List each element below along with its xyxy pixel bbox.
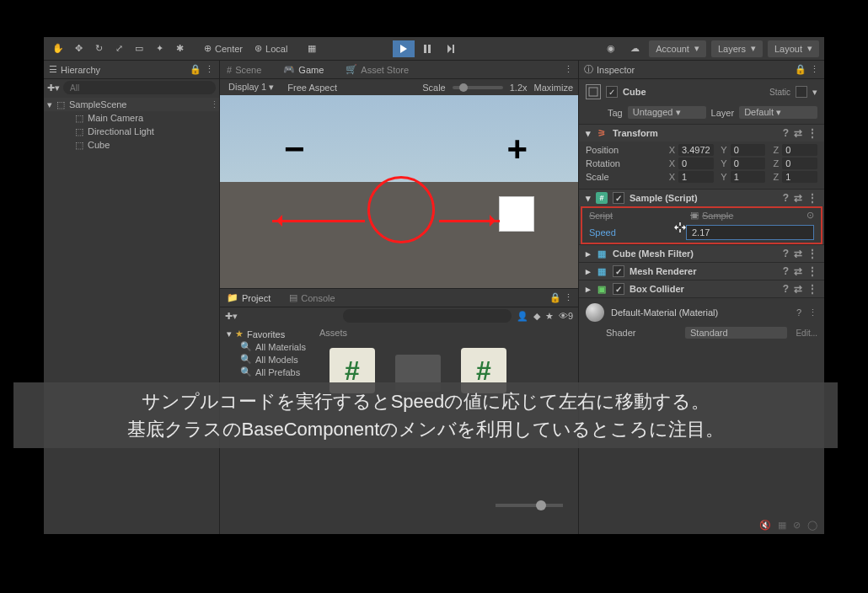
- comp-menu-icon[interactable]: ⋮: [807, 192, 817, 204]
- position-x[interactable]: [678, 144, 714, 156]
- all-models[interactable]: 🔍All Models: [223, 353, 309, 366]
- hierarchy-item-camera[interactable]: ⬚ Main Camera: [44, 111, 219, 125]
- chevron-down-icon: ▾: [586, 193, 591, 204]
- position-y[interactable]: [731, 144, 766, 156]
- assets-breadcrumb[interactable]: Assets: [313, 324, 578, 341]
- scene-row[interactable]: ▾ ⬚ SampleScene ⋮: [44, 98, 219, 111]
- all-prefabs[interactable]: 🔍All Prefabs: [223, 366, 309, 378]
- transform-tool[interactable]: ✦: [150, 40, 169, 57]
- cloud-icon[interactable]: ☁: [625, 40, 644, 57]
- proj-tool-3[interactable]: ★: [545, 311, 554, 322]
- footer-icon-1[interactable]: 🔇: [759, 520, 771, 531]
- footer-icon-3[interactable]: ⊘: [793, 520, 801, 531]
- proj-lock-icon[interactable]: 🔒 ⋮: [549, 292, 578, 303]
- scale-value: 1.2x: [510, 83, 528, 93]
- project-search[interactable]: [343, 309, 512, 323]
- rotate-tool[interactable]: ↻: [89, 40, 108, 57]
- mat-help-icon[interactable]: ?: [796, 307, 801, 318]
- tag-dropdown[interactable]: Untagged ▾: [628, 106, 706, 119]
- transform-header[interactable]: ▾ ⚞ Transform ?⇄⋮: [579, 125, 824, 142]
- preset-icon[interactable]: ⇄: [794, 127, 802, 139]
- chevron-right-icon: ▸: [586, 248, 591, 259]
- maximize-toggle[interactable]: Maximize: [534, 83, 573, 93]
- preset-icon[interactable]: ⇄: [794, 192, 802, 204]
- aspect-dropdown[interactable]: Free Aspect: [284, 83, 340, 93]
- tab-asset-store[interactable]: 🛒Asset Store: [342, 64, 412, 75]
- collab-icon[interactable]: ◉: [602, 40, 620, 57]
- tab-project[interactable]: 📁Project: [223, 292, 274, 303]
- pause-button[interactable]: [416, 40, 438, 57]
- sample-header[interactable]: ▾ # Sample (Script) ?⇄⋮: [579, 190, 824, 206]
- object-picker-icon[interactable]: ⊙: [806, 210, 814, 221]
- speed-input[interactable]: [686, 225, 814, 240]
- rotation-y[interactable]: [731, 158, 766, 169]
- layers-dropdown[interactable]: Layers▾: [711, 40, 763, 57]
- all-materials[interactable]: 🔍All Materials: [223, 340, 309, 353]
- scene-menu-icon[interactable]: ⋮: [210, 99, 219, 110]
- panel-menu-icon[interactable]: ⋮: [205, 64, 214, 75]
- mat-menu-icon[interactable]: ⋮: [808, 307, 817, 318]
- mesh-filter-header[interactable]: ▸ ▦ Cube (Mesh Filter) ?⇄⋮: [579, 245, 824, 262]
- tab-console[interactable]: ▤Console: [286, 292, 338, 303]
- step-button[interactable]: [440, 40, 462, 57]
- mesh-renderer-header[interactable]: ▸ ▦ Mesh Renderer ?⇄⋮: [579, 263, 824, 280]
- camera-icon: ⬚: [74, 113, 84, 123]
- gameobject-active-checkbox[interactable]: [606, 86, 618, 98]
- static-checkbox[interactable]: [796, 86, 807, 98]
- rotation-z[interactable]: [782, 158, 817, 169]
- proj-hidden-count[interactable]: 👁9: [559, 311, 573, 321]
- comp-menu-icon[interactable]: ⋮: [807, 127, 817, 139]
- tab-game[interactable]: 🎮Game: [280, 64, 327, 75]
- pivot-toggle[interactable]: ⊕ Center: [199, 43, 248, 54]
- scale-z[interactable]: [782, 171, 817, 183]
- tab-scene[interactable]: #Scene: [223, 65, 265, 75]
- scale-tool[interactable]: ⤢: [110, 40, 128, 57]
- gameobject-icon[interactable]: [586, 84, 601, 99]
- custom-tool[interactable]: ✱: [170, 40, 189, 57]
- sample-enabled-checkbox[interactable]: [613, 192, 624, 204]
- layer-label: Layer: [711, 108, 735, 118]
- account-dropdown[interactable]: Account▾: [649, 40, 706, 57]
- box-collider-header[interactable]: ▸ ▣ Box Collider ?⇄⋮: [579, 280, 824, 297]
- insp-menu-icon[interactable]: ⋮: [810, 64, 819, 75]
- proj-tool-1[interactable]: 👤: [517, 311, 528, 322]
- proj-create-dropdown[interactable]: ✚▾: [225, 311, 238, 322]
- position-z[interactable]: [782, 144, 817, 156]
- hierarchy-item-cube[interactable]: ⬚ Cube: [44, 138, 219, 152]
- tab-menu-icon[interactable]: ⋮: [564, 64, 578, 75]
- rotation-x[interactable]: [678, 158, 714, 169]
- scale-x[interactable]: [678, 171, 714, 183]
- insp-lock-icon[interactable]: 🔒: [795, 64, 806, 75]
- display-dropdown[interactable]: Display 1 ▾: [225, 82, 277, 93]
- footer-icon-2[interactable]: ▦: [778, 520, 786, 531]
- hierarchy-item-light[interactable]: ⬚ Directional Light: [44, 125, 219, 138]
- create-dropdown[interactable]: ✚▾: [47, 83, 60, 93]
- collider-enabled-checkbox[interactable]: [613, 283, 624, 295]
- snap-toggle[interactable]: ▦: [303, 40, 321, 57]
- edit-button[interactable]: Edit...: [790, 329, 817, 338]
- help-icon[interactable]: ?: [783, 127, 789, 139]
- material-preview-icon[interactable]: [586, 303, 604, 322]
- favorites-folder[interactable]: ▾★Favorites: [223, 328, 309, 340]
- move-tool[interactable]: ✥: [69, 40, 88, 57]
- footer-icon-4[interactable]: ◯: [807, 520, 817, 531]
- project-zoom-slider[interactable]: [496, 504, 563, 507]
- help-icon[interactable]: ?: [783, 192, 789, 204]
- gameobject-name[interactable]: Cube: [623, 87, 646, 97]
- rect-tool[interactable]: ▭: [130, 40, 148, 57]
- speed-label[interactable]: Speed: [589, 227, 686, 238]
- shader-dropdown[interactable]: Standard: [685, 327, 787, 339]
- layer-dropdown[interactable]: Default ▾: [739, 106, 817, 119]
- hierarchy-search[interactable]: [63, 81, 216, 94]
- play-button[interactable]: [393, 40, 415, 57]
- proj-tool-2[interactable]: ◆: [533, 311, 540, 322]
- scale-slider[interactable]: [453, 86, 503, 89]
- renderer-enabled-checkbox[interactable]: [613, 265, 624, 277]
- scale-y[interactable]: [731, 171, 766, 183]
- hand-tool[interactable]: ✋: [49, 40, 67, 57]
- space-toggle[interactable]: ⊛ Local: [249, 43, 292, 54]
- panel-lock-icon[interactable]: 🔒: [190, 64, 201, 75]
- local-icon: ⊛: [255, 43, 262, 54]
- layout-dropdown[interactable]: Layout▾: [768, 40, 819, 57]
- static-dropdown-icon[interactable]: ▾: [812, 87, 817, 98]
